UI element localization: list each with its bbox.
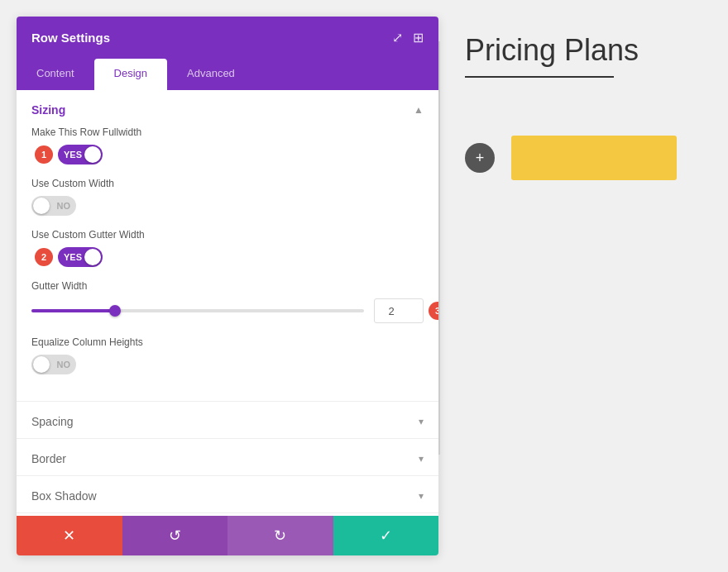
gutter-slider-track[interactable]: [31, 309, 364, 312]
gutter-input-wrapper: 3: [374, 298, 424, 323]
custom-gutter-toggle-thumb: [84, 249, 101, 265]
tab-advanced[interactable]: Advanced: [167, 59, 255, 90]
gutter-width-label: Gutter Width: [31, 280, 424, 292]
spacing-chevron: ▾: [419, 416, 424, 427]
spacing-section: Spacing ▾: [17, 402, 438, 439]
add-button[interactable]: +: [465, 143, 495, 173]
gutter-slider-thumb[interactable]: [109, 305, 121, 317]
border-title: Border: [31, 452, 66, 465]
panel-body: Sizing ▲ Make This Row Fullwidth 1 YES: [17, 90, 438, 516]
preview-divider: [465, 76, 614, 78]
gutter-slider-wrapper: 3: [31, 298, 424, 323]
border-section-header[interactable]: Border ▾: [17, 439, 438, 475]
box-shadow-title: Box Shadow: [31, 489, 97, 503]
border-chevron: ▾: [419, 453, 424, 465]
custom-gutter-toggle-wrapper: 2 YES: [58, 247, 424, 267]
layout-icon[interactable]: ⊞: [413, 30, 424, 45]
save-button[interactable]: ✓: [333, 516, 439, 555]
fullwidth-field: Make This Row Fullwidth 1 YES: [31, 126, 424, 164]
redo-button[interactable]: ↻: [228, 516, 333, 555]
custom-width-field: Use Custom Width NO: [31, 178, 424, 216]
sizing-content: Make This Row Fullwidth 1 YES Use Custom…: [17, 120, 438, 401]
box-shadow-section: Box Shadow ▾: [17, 476, 438, 513]
equalize-field: Equalize Column Heights NO: [31, 336, 424, 374]
panel-header: Row Settings ⤢ ⊞: [17, 17, 438, 59]
sizing-title: Sizing: [31, 103, 65, 117]
gutter-slider-fill: [31, 309, 115, 312]
equalize-toggle-wrapper: NO: [31, 355, 424, 374]
gutter-value-input[interactable]: [374, 298, 424, 323]
box-shadow-section-header[interactable]: Box Shadow ▾: [17, 476, 438, 512]
fullwidth-toggle[interactable]: YES: [58, 145, 103, 164]
custom-width-toggle-label: NO: [57, 201, 71, 211]
badge-2: 2: [35, 248, 53, 266]
custom-width-toggle-wrapper: NO: [31, 196, 424, 216]
custom-width-toggle[interactable]: NO: [31, 196, 76, 216]
fullwidth-toggle-wrapper: 1 YES: [58, 145, 424, 164]
cancel-button[interactable]: ✕: [17, 516, 122, 555]
gutter-width-field: Gutter Width 3: [31, 280, 424, 323]
preview-title: Pricing Plans: [465, 33, 687, 68]
badge-1: 1: [35, 145, 53, 164]
preview-content-area: +: [465, 136, 687, 180]
custom-width-label: Use Custom Width: [31, 178, 424, 189]
equalize-toggle[interactable]: NO: [31, 355, 76, 374]
fullwidth-toggle-thumb: [84, 146, 101, 163]
tab-content[interactable]: Content: [17, 59, 94, 90]
equalize-toggle-thumb: [33, 356, 50, 373]
sizing-section: Sizing ▲ Make This Row Fullwidth 1 YES: [17, 90, 438, 402]
panel-header-icons: ⤢ ⊞: [392, 30, 424, 45]
panel-tabs: Content Design Advanced: [17, 59, 438, 90]
custom-gutter-field: Use Custom Gutter Width 2 YES: [31, 229, 424, 267]
custom-gutter-toggle-label: YES: [64, 252, 82, 262]
spacing-section-header[interactable]: Spacing ▾: [17, 402, 438, 438]
equalize-label: Equalize Column Heights: [31, 336, 424, 348]
fullscreen-icon[interactable]: ⤢: [392, 30, 403, 45]
tab-design[interactable]: Design: [94, 59, 167, 90]
sizing-section-header[interactable]: Sizing ▲: [17, 90, 438, 120]
settings-panel: Row Settings ⤢ ⊞ Content Design Advanced…: [17, 17, 438, 555]
fullwidth-toggle-label: YES: [64, 150, 82, 160]
badge-3: 3: [429, 302, 438, 320]
border-section: Border ▾: [17, 439, 438, 476]
panel-title: Row Settings: [31, 31, 110, 45]
preview-panel: Pricing Plans +: [440, 17, 711, 555]
custom-width-toggle-thumb: [33, 198, 50, 214]
undo-button[interactable]: ↺: [122, 516, 228, 555]
fullwidth-label: Make This Row Fullwidth: [31, 126, 424, 138]
sizing-chevron-up: ▲: [414, 104, 424, 116]
yellow-block: [511, 136, 677, 180]
equalize-toggle-label: NO: [57, 360, 71, 369]
box-shadow-chevron: ▾: [419, 490, 424, 502]
custom-gutter-toggle[interactable]: YES: [58, 247, 103, 267]
spacing-title: Spacing: [31, 415, 74, 428]
main-wrapper: Row Settings ⤢ ⊞ Content Design Advanced…: [0, 0, 728, 572]
panel-actions: ✕ ↺ ↻ ✓: [17, 516, 438, 555]
custom-gutter-label: Use Custom Gutter Width: [31, 229, 424, 241]
